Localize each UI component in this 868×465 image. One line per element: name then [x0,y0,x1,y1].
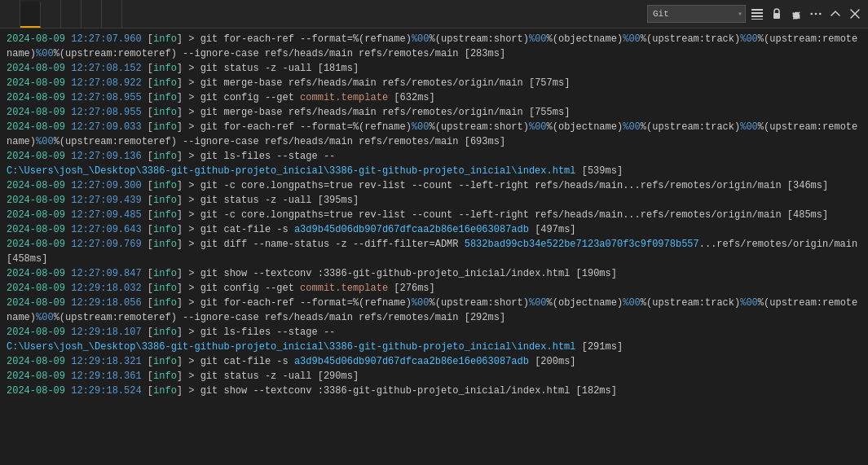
svg-rect-4 [773,13,780,19]
svg-rect-3 [751,19,763,20]
log-entry: 2024-08-09 12:29:18.321 [info] > git cat… [7,354,861,369]
log-entry: 2024-08-09 12:27:09.033 [info] > git for… [7,120,861,149]
log-entry: 2024-08-09 12:29:18.056 [info] > git for… [7,296,861,325]
tab-problemas[interactable] [0,0,20,28]
tab-sql[interactable] [102,0,122,28]
log-entry: 2024-08-09 12:27:09.300 [info] > git -c … [7,178,861,193]
log-entry: 2024-08-09 12:27:09.485 [info] > git -c … [7,208,861,222]
svg-point-5 [810,13,813,15]
log-entry: 2024-08-09 12:27:09.847 [info] > git sho… [7,266,861,281]
close-icon[interactable] [847,6,863,22]
svg-point-6 [815,13,817,15]
log-entry: 2024-08-09 12:27:08.955 [info] > git mer… [7,105,861,120]
log-entry: 2024-08-09 12:27:07.960 [info] > git for… [7,32,861,61]
source-dropdown-wrapper[interactable]: Git Extension Host Log (Window) ▾ [647,5,746,23]
svg-rect-2 [751,15,763,17]
log-entry: 2024-08-09 12:29:18.107 [info] > git ls-… [7,325,861,354]
svg-rect-0 [751,9,763,11]
more-icon[interactable] [808,6,824,22]
tab-terminal[interactable] [61,0,82,28]
log-entry: 2024-08-09 12:27:08.152 [info] > git sta… [7,61,861,76]
log-entry: 2024-08-09 12:29:18.361 [info] > git sta… [7,369,861,384]
tab-portas[interactable] [82,0,102,28]
source-dropdown[interactable]: Git Extension Host Log (Window) [647,5,746,23]
lock-icon[interactable] [769,6,785,22]
tab-saida[interactable] [20,2,41,28]
tab-spacer [122,0,642,28]
log-entry: 2024-08-09 12:27:09.439 [info] > git sta… [7,193,861,208]
svg-point-7 [819,13,822,15]
tab-bar: Git Extension Host Log (Window) ▾ [0,0,868,29]
log-output: 2024-08-09 12:27:07.960 [info] > git for… [0,29,868,465]
log-entry: 2024-08-09 12:27:08.922 [info] > git mer… [7,76,861,90]
log-entry: 2024-08-09 12:27:09.643 [info] > git cat… [7,222,861,237]
list-view-icon[interactable] [749,6,765,22]
log-entry: 2024-08-09 12:27:09.136 [info] > git ls-… [7,149,861,178]
log-entry: 2024-08-09 12:27:08.955 [info] > git con… [7,90,861,105]
tab-console[interactable] [41,0,61,28]
toolbar-right: Git Extension Host Log (Window) ▾ [642,0,868,28]
svg-rect-1 [751,12,763,14]
gear-icon[interactable] [788,6,804,22]
log-entry: 2024-08-09 12:29:18.524 [info] > git sho… [7,384,861,398]
log-entry: 2024-08-09 12:27:09.769 [info] > git dif… [7,237,861,266]
log-entry: 2024-08-09 12:29:18.032 [info] > git con… [7,281,861,296]
chevron-up-icon[interactable] [827,6,844,22]
